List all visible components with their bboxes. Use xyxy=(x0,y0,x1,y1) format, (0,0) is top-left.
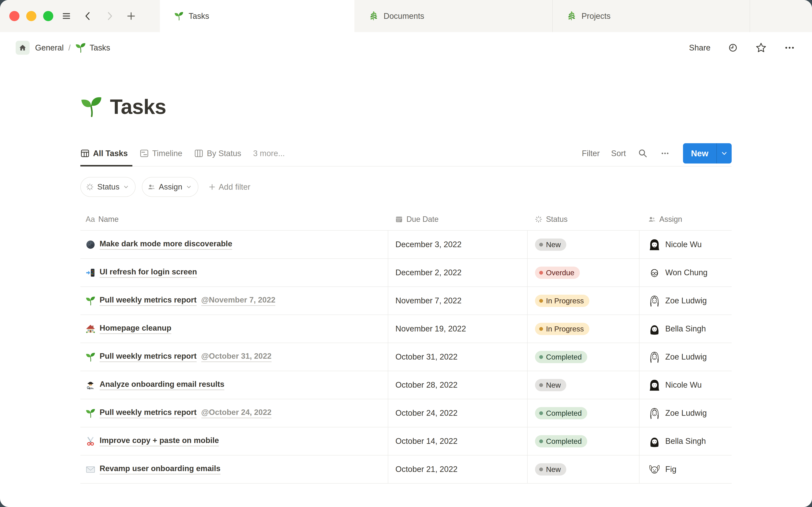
favorite-star-icon[interactable] xyxy=(755,42,767,53)
due-date-cell[interactable]: December 2, 2022 xyxy=(388,259,527,286)
page-title-row: Tasks xyxy=(80,93,732,121)
assignee-cell[interactable]: Nicole Wu xyxy=(639,371,732,399)
calendar-icon xyxy=(395,215,403,223)
status-dot xyxy=(539,411,543,415)
assignee-cell[interactable]: Zoe Ludwig xyxy=(639,343,732,371)
tab-projects[interactable]: Projects xyxy=(552,0,750,32)
due-date-cell[interactable]: November 19, 2022 xyxy=(388,315,527,343)
sidebar-menu-icon[interactable] xyxy=(61,11,72,21)
tab-label: Tasks xyxy=(189,12,209,21)
search-icon[interactable] xyxy=(637,148,648,159)
column-header-due-date[interactable]: Due Date xyxy=(388,215,527,224)
assignee-cell[interactable]: Won Chung xyxy=(639,259,732,286)
status-badge: New xyxy=(535,238,566,251)
column-header-assign[interactable]: Assign xyxy=(639,215,732,224)
tab-divider xyxy=(552,0,553,32)
status-cell[interactable]: Overdue xyxy=(527,259,639,286)
status-cell[interactable]: New xyxy=(527,371,639,399)
status-dot xyxy=(539,299,543,303)
tab-documents[interactable]: Documents xyxy=(354,0,552,32)
new-dropdown-button[interactable] xyxy=(717,143,732,164)
zoom-window-button[interactable] xyxy=(43,11,53,21)
due-date-cell[interactable]: October 24, 2022 xyxy=(388,399,527,427)
task-name-cell[interactable]: Improve copy + paste on mobile xyxy=(80,427,388,455)
assignee-cell[interactable]: Bella Singh xyxy=(639,315,732,343)
chevron-down-icon xyxy=(720,150,728,157)
assignee-cell[interactable]: Nicole Wu xyxy=(639,231,732,258)
sort-button[interactable]: Sort xyxy=(611,149,626,158)
task-name-cell[interactable]: Homepage cleanup xyxy=(80,315,388,343)
breadcrumb-root[interactable]: General xyxy=(35,43,64,52)
add-filter-button[interactable]: Add filter xyxy=(208,182,250,191)
new-button-group: New xyxy=(683,143,732,164)
filter-button[interactable]: Filter xyxy=(582,149,600,158)
status-cell[interactable]: In Progress xyxy=(527,315,639,343)
more-options-icon[interactable] xyxy=(784,42,796,54)
column-header-name[interactable]: Aa Name xyxy=(80,215,388,224)
status-dot xyxy=(539,467,543,471)
date-mention: @November 7, 2022 xyxy=(201,295,275,306)
due-date-cell[interactable]: November 7, 2022 xyxy=(388,287,527,315)
home-breadcrumb-button[interactable] xyxy=(16,41,30,55)
view-tab-timeline[interactable]: Timeline xyxy=(134,141,188,166)
task-name-cell[interactable]: UI refresh for login screen xyxy=(80,259,388,286)
due-date-cell[interactable]: October 21, 2022 xyxy=(388,455,527,483)
status-cell[interactable]: In Progress xyxy=(527,287,639,315)
status-burst-icon xyxy=(535,215,543,223)
task-name-cell[interactable]: Pull weekly metrics report@November 7, 2… xyxy=(80,287,388,315)
forward-icon[interactable] xyxy=(104,11,115,21)
status-cell[interactable]: Completed xyxy=(527,427,639,455)
avatar xyxy=(648,351,661,363)
status-filter-chip[interactable]: Status xyxy=(80,177,136,197)
assignee-cell[interactable]: Zoe Ludwig xyxy=(639,399,732,427)
table-row: Homepage cleanup November 19, 2022 In Pr… xyxy=(80,315,732,343)
due-date-cell[interactable]: December 3, 2022 xyxy=(388,231,527,258)
tab-tasks[interactable]: Tasks xyxy=(160,0,354,32)
share-button[interactable]: Share xyxy=(689,43,711,52)
assignee-cell[interactable]: Bella Singh xyxy=(639,427,732,455)
new-tab-icon[interactable] xyxy=(125,11,137,21)
chevron-down-icon xyxy=(186,184,192,190)
view-tab-by-status[interactable]: By Status xyxy=(188,141,247,166)
more-views-button[interactable]: 3 more... xyxy=(247,149,291,158)
house-emoji xyxy=(86,324,95,334)
task-name-cell[interactable]: Make dark mode more discoverable xyxy=(80,231,388,258)
status-badge: In Progress xyxy=(535,323,589,335)
new-button[interactable]: New xyxy=(683,143,716,164)
due-date-cell[interactable]: October 31, 2022 xyxy=(388,343,527,371)
date-mention: @October 31, 2022 xyxy=(201,352,271,362)
task-name-cell[interactable]: Pull weekly metrics report@October 24, 2… xyxy=(80,399,388,427)
assignee-cell[interactable]: Fig xyxy=(639,455,732,483)
mobile-phone-arrow-emoji xyxy=(86,268,95,278)
herb-emoji xyxy=(369,11,378,21)
avatar xyxy=(648,463,661,475)
status-cell[interactable]: Completed xyxy=(527,399,639,427)
avatar xyxy=(648,267,661,279)
view-tab-all-tasks[interactable]: All Tasks xyxy=(80,141,134,166)
status-cell[interactable]: New xyxy=(527,231,639,258)
due-date-cell[interactable]: October 14, 2022 xyxy=(388,427,527,455)
page-title[interactable]: Tasks xyxy=(110,95,166,119)
history-clock-icon[interactable] xyxy=(727,42,739,53)
column-header-status[interactable]: Status xyxy=(527,215,639,224)
notion-window: Tasks Documents Projects General / Tasks… xyxy=(0,0,812,507)
task-name-cell[interactable]: Revamp user onboarding emails xyxy=(80,455,388,483)
task-name-cell[interactable]: Analyze onboarding email results xyxy=(80,371,388,399)
assignee-cell[interactable]: Zoe Ludwig xyxy=(639,287,732,315)
avatar xyxy=(648,238,661,251)
breadcrumb-current[interactable]: Tasks xyxy=(75,43,110,53)
back-icon[interactable] xyxy=(83,11,94,21)
assign-filter-chip[interactable]: Assign xyxy=(142,177,198,197)
tab-label: Projects xyxy=(581,12,610,21)
status-cell[interactable]: Completed xyxy=(527,343,639,371)
table-row: Pull weekly metrics report@October 24, 2… xyxy=(80,399,732,427)
close-window-button[interactable] xyxy=(9,11,19,21)
status-cell[interactable]: New xyxy=(527,455,639,483)
task-name-cell[interactable]: Pull weekly metrics report@October 31, 2… xyxy=(80,343,388,371)
minimize-window-button[interactable] xyxy=(26,11,36,21)
view-options-icon[interactable] xyxy=(660,148,670,159)
seedling-emoji xyxy=(75,43,86,53)
due-date-cell[interactable]: October 28, 2022 xyxy=(388,371,527,399)
seedling-emoji[interactable] xyxy=(80,96,102,118)
status-badge: New xyxy=(535,379,566,391)
